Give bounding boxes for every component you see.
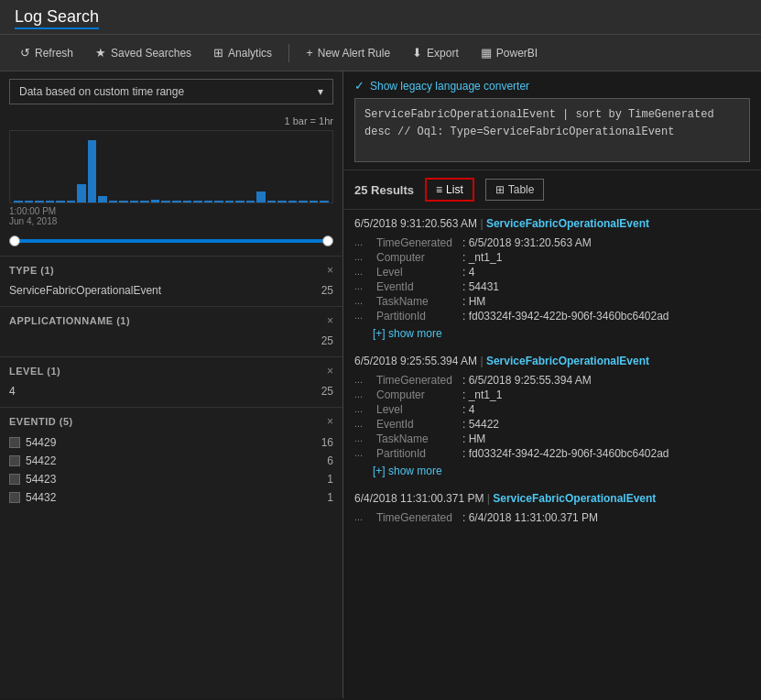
chart-label: 1:00:00 PM Jun 4, 2018 (9, 206, 333, 226)
chart-date: Jun 4, 2018 (9, 216, 333, 226)
result-field-name: EventId (376, 418, 459, 431)
result-field-value: : 4 (462, 403, 474, 416)
show-more-button[interactable]: [+] show more (354, 327, 750, 340)
result-field: ...TimeGenerated: 6/4/2018 11:31:00.371 … (354, 510, 750, 525)
result-field: ...TimeGenerated: 6/5/2018 9:25:55.394 A… (354, 373, 750, 388)
filter-title-eventid: EVENTID (5) (9, 416, 73, 427)
filter-section-level: LEVEL (1)×425 (0, 356, 342, 407)
pipe: | (487, 492, 490, 505)
filter-close-level[interactable]: × (327, 365, 333, 377)
chart-bar (67, 201, 76, 202)
results-count: 25 Results (354, 183, 414, 197)
query-box[interactable]: ServiceFabricOperationalEvent | sort by … (354, 98, 750, 162)
refresh-icon: ↺ (20, 46, 30, 60)
show-more-button[interactable]: [+] show more (354, 465, 750, 477)
chart-bar (35, 201, 44, 202)
result-field-name: TimeGenerated (376, 236, 459, 249)
slider-thumb-left[interactable] (9, 235, 20, 246)
result-field: ...TaskName: HM (354, 294, 750, 309)
filter-row-check[interactable]: 544231 (9, 470, 333, 488)
result-expand-button[interactable]: ... (354, 418, 373, 429)
filter-checkbox[interactable] (9, 474, 20, 485)
result-field-value: : HM (462, 295, 485, 308)
result-expand-button[interactable]: ... (354, 388, 373, 399)
filter-header-applicationname: APPLICATIONNAME (1)× (9, 314, 333, 327)
table-view-button[interactable]: ⊞ Table (485, 179, 545, 201)
chart-bar (225, 201, 234, 202)
slider-row (0, 230, 342, 256)
list-icon: ≡ (436, 183, 442, 196)
result-expand-button[interactable]: ... (354, 432, 373, 443)
refresh-button[interactable]: ↺ Refresh (11, 40, 82, 65)
result-expand-button[interactable]: ... (354, 280, 373, 291)
result-expand-button[interactable]: ... (354, 310, 373, 321)
filter-section-type: TYPE (1)×ServiceFabricOperationalEvent25 (0, 256, 342, 306)
filter-header-level: LEVEL (1)× (9, 365, 333, 377)
result-field-value: : 6/4/2018 11:31:00.371 PM (462, 511, 598, 524)
result-field: ...EventId: 54422 (354, 417, 750, 432)
result-field: ...Level: 4 (354, 265, 750, 279)
result-expand-button[interactable]: ... (354, 403, 373, 414)
chart-bar (130, 201, 139, 202)
chart-bar (235, 201, 245, 202)
result-expand-button[interactable]: ... (354, 374, 373, 385)
show-legacy-toggle[interactable]: ✓ Show legacy language converter (354, 79, 750, 93)
chart-time: 1:00:00 PM (9, 206, 333, 216)
slider-track[interactable] (9, 239, 333, 243)
result-field-name: TaskName (376, 295, 459, 308)
result-item: 6/4/2018 11:31:00.371 PM | ServiceFabric… (354, 492, 750, 525)
pipe: | (480, 217, 483, 230)
chart-bar (214, 201, 223, 202)
result-timestamp: 6/5/2018 9:25:55.394 AM (354, 355, 477, 367)
chart-bar (277, 201, 287, 202)
query-area: ✓ Show legacy language converter Service… (343, 71, 761, 170)
filter-header-eventid: EVENTID (5)× (9, 415, 333, 428)
page-title: Log Search (15, 7, 99, 27)
filter-checkbox[interactable] (9, 455, 20, 466)
time-range-select[interactable]: Data based on custom time range ▾ (9, 79, 333, 104)
result-expand-button[interactable]: ... (354, 447, 373, 458)
powerbi-button[interactable]: ▦ PowerBI (472, 40, 547, 65)
filter-checkbox[interactable] (9, 492, 20, 503)
result-field-name: Computer (376, 251, 459, 264)
dropdown-arrow-icon: ▾ (318, 85, 323, 98)
filter-count: 1 (327, 491, 333, 504)
result-field-name: PartitionId (376, 310, 459, 323)
chart-bar (56, 201, 65, 202)
export-button[interactable]: ⬇ Export (403, 40, 468, 65)
filter-row-check[interactable]: 5442916 (9, 433, 333, 452)
filter-row-check[interactable]: 544321 (9, 488, 333, 507)
saved-searches-button[interactable]: ★ Saved Searches (86, 40, 201, 65)
result-expand-button[interactable]: ... (354, 236, 373, 247)
result-field-name: TimeGenerated (376, 511, 459, 524)
checkmark-icon: ✓ (354, 79, 364, 93)
filter-close-type[interactable]: × (327, 264, 333, 277)
filter-close-applicationname[interactable]: × (327, 314, 333, 327)
filter-title-applicationname: APPLICATIONNAME (1) (9, 315, 130, 326)
result-item: 6/5/2018 9:25:55.394 AM | ServiceFabricO… (354, 355, 750, 477)
result-field-value: : _nt1_1 (462, 251, 502, 264)
result-field-value: : HM (462, 432, 485, 445)
saved-searches-label: Saved Searches (111, 47, 191, 60)
result-item: 6/5/2018 9:31:20.563 AM | ServiceFabricO… (354, 217, 750, 340)
chart-area: 1 bar = 1hr 1:00:00 PM Jun 4, 2018 (0, 112, 342, 230)
slider-thumb-right[interactable] (322, 235, 333, 246)
result-expand-button[interactable]: ... (354, 511, 373, 522)
filter-checkbox[interactable] (9, 437, 20, 448)
result-field-value: : 6/5/2018 9:25:55.394 AM (462, 374, 592, 387)
chart-bar (193, 201, 202, 202)
filter-count: 1 (327, 473, 333, 486)
list-view-button[interactable]: ≡ List (425, 178, 474, 202)
chart-bar (172, 201, 181, 202)
result-field-name: EventId (376, 280, 459, 293)
list-label: List (446, 183, 463, 196)
result-item-header: 6/4/2018 11:31:00.371 PM | ServiceFabric… (354, 492, 750, 505)
filter-row-check[interactable]: 544226 (9, 452, 333, 470)
analytics-button[interactable]: ⊞ Analytics (204, 40, 281, 65)
filter-close-eventid[interactable]: × (327, 415, 333, 428)
new-alert-rule-button[interactable]: + New Alert Rule (297, 40, 399, 65)
result-expand-button[interactable]: ... (354, 295, 373, 306)
chart-bar (310, 201, 319, 202)
result-expand-button[interactable]: ... (354, 266, 373, 277)
result-expand-button[interactable]: ... (354, 251, 373, 262)
